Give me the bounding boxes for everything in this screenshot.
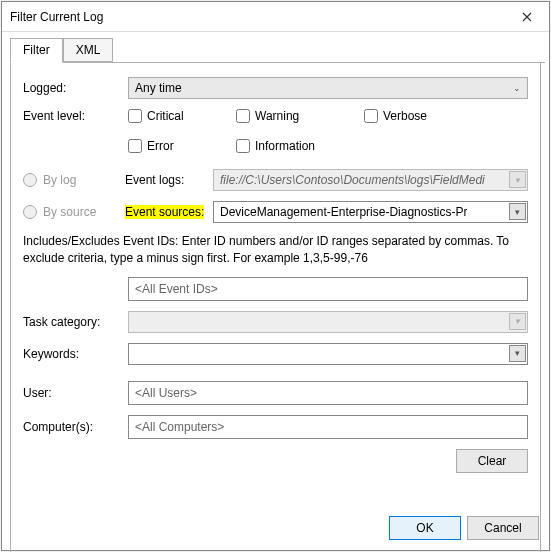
event-level-group: Critical Warning Verbose Error Informati… xyxy=(128,109,528,153)
checkbox-error[interactable]: Error xyxy=(128,139,218,153)
label-task-category: Task category: xyxy=(23,315,128,329)
content-area: Filter XML Logged: Any time ⌄ Event leve… xyxy=(2,32,549,552)
checkbox-warning[interactable]: Warning xyxy=(236,109,346,123)
user-input[interactable] xyxy=(128,381,528,405)
label-event-logs: Event logs: xyxy=(125,173,213,187)
help-text: Includes/Excludes Event IDs: Enter ID nu… xyxy=(23,233,528,267)
task-category-dropdown: ▾ xyxy=(128,311,528,333)
dropdown-arrow-icon: ▾ xyxy=(509,345,526,362)
label-keywords: Keywords: xyxy=(23,347,128,361)
window-title: Filter Current Log xyxy=(10,10,103,24)
label-computers: Computer(s): xyxy=(23,420,128,434)
ok-button[interactable]: OK xyxy=(389,516,461,540)
keywords-dropdown[interactable]: ▾ xyxy=(128,343,528,365)
event-sources-dropdown[interactable]: DeviceManagement-Enterprise-Diagnostics-… xyxy=(213,201,528,223)
computers-input[interactable] xyxy=(128,415,528,439)
chevron-down-icon: ⌄ xyxy=(513,83,521,93)
warning-input[interactable] xyxy=(236,109,250,123)
dropdown-arrow-icon: ▾ xyxy=(509,313,526,330)
checkbox-verbose[interactable]: Verbose xyxy=(364,109,427,123)
event-logs-value: file://C:\Users\Contoso\Documents\logs\F… xyxy=(220,173,485,187)
event-logs-dropdown: file://C:\Users\Contoso\Documents\logs\F… xyxy=(213,169,528,191)
tab-xml[interactable]: XML xyxy=(63,38,114,62)
label-event-sources: Event sources: xyxy=(125,205,204,219)
radio-by-log xyxy=(23,173,37,187)
label-by-log: By log xyxy=(43,173,125,187)
label-user: User: xyxy=(23,386,128,400)
label-event-level: Event level: xyxy=(23,109,128,123)
clear-button[interactable]: Clear xyxy=(456,449,528,473)
logged-value: Any time xyxy=(135,81,182,95)
radio-by-source xyxy=(23,205,37,219)
event-ids-input[interactable] xyxy=(128,277,528,301)
dialog-window: Filter Current Log Filter XML Logged: An… xyxy=(1,1,550,551)
filter-panel: Logged: Any time ⌄ Event level: Critical… xyxy=(10,63,541,552)
dropdown-arrow-icon: ▾ xyxy=(509,203,526,220)
checkbox-critical[interactable]: Critical xyxy=(128,109,218,123)
titlebar: Filter Current Log xyxy=(2,2,549,32)
error-input[interactable] xyxy=(128,139,142,153)
label-by-source: By source xyxy=(43,205,125,219)
information-input[interactable] xyxy=(236,139,250,153)
close-icon xyxy=(522,12,532,22)
label-event-sources-wrap: Event sources: xyxy=(125,205,213,219)
critical-input[interactable] xyxy=(128,109,142,123)
dialog-buttons: OK Cancel xyxy=(373,506,549,550)
verbose-input[interactable] xyxy=(364,109,378,123)
cancel-button[interactable]: Cancel xyxy=(467,516,539,540)
close-button[interactable] xyxy=(505,2,549,31)
checkbox-information[interactable]: Information xyxy=(236,139,315,153)
label-logged: Logged: xyxy=(23,81,128,95)
dropdown-arrow-icon: ▾ xyxy=(509,171,526,188)
tab-filter[interactable]: Filter xyxy=(10,38,63,63)
tab-strip: Filter XML xyxy=(10,38,545,63)
event-sources-value: DeviceManagement-Enterprise-Diagnostics-… xyxy=(220,205,467,219)
logged-dropdown[interactable]: Any time ⌄ xyxy=(128,77,528,99)
